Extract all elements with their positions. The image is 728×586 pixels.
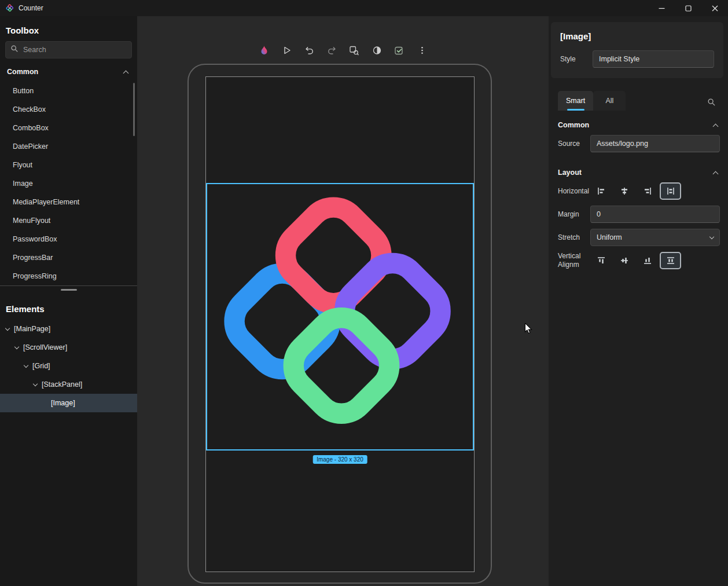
tree-node-stackpanel[interactable]: [StackPanel] [0, 375, 137, 394]
chevron-up-icon [713, 123, 719, 129]
align-center-vertical-button[interactable] [613, 252, 635, 269]
theme-toggle-icon[interactable] [369, 43, 384, 58]
toolbox-item-image[interactable]: Image [0, 174, 137, 193]
properties-title: [Image] [560, 31, 714, 41]
toolbox-item-passwordbox[interactable]: PasswordBox [0, 230, 137, 248]
redo-icon[interactable] [324, 43, 339, 58]
tree-node-label: [StackPanel] [42, 380, 82, 389]
style-label: Style [560, 55, 593, 64]
toolbox-item-combobox[interactable]: ComboBox [0, 119, 137, 137]
stretch-value: Uniform [597, 233, 622, 241]
horizontal-alignment-label: Horizontal [558, 187, 590, 196]
selected-element-card: [Image] Style [551, 22, 723, 78]
hot-reload-flame-icon[interactable] [256, 43, 271, 58]
align-center-horizontal-button[interactable] [613, 182, 635, 200]
canvas-toolbar [256, 43, 429, 58]
maximize-button[interactable] [675, 0, 701, 16]
margin-label: Margin [558, 210, 590, 219]
properties-tabs: Smart All [558, 90, 720, 111]
align-right-button[interactable] [637, 182, 658, 200]
toolbox-item-checkbox[interactable]: CheckBox [0, 100, 137, 119]
divider-grip[interactable] [61, 289, 77, 291]
search-icon [10, 45, 19, 55]
left-sidebar: Toolbox Common Button CheckBox ComboBox … [0, 16, 137, 586]
toolbox-item-mediaplayerelement[interactable]: MediaPlayerElement [0, 193, 137, 211]
properties-search-icon[interactable] [703, 93, 720, 111]
panel-divider [0, 285, 137, 295]
play-icon[interactable] [279, 43, 294, 58]
vertical-alignment-label: Vertical Alignm [558, 252, 590, 269]
chevron-down-icon[interactable] [24, 362, 28, 367]
tree-node-label: [Image] [51, 399, 75, 407]
toolbox-item-progressbar[interactable]: ProgressBar [0, 248, 137, 267]
section-layout-label: Layout [558, 169, 582, 177]
selection-size-badge: Image - 320 x 320 [312, 455, 367, 464]
chevron-up-icon [713, 171, 719, 177]
tab-all[interactable]: All [593, 91, 626, 111]
tree-node-image[interactable]: [Image] [0, 394, 137, 412]
toolbox-item-datepicker[interactable]: DatePicker [0, 137, 137, 156]
toolbox-item-progressring[interactable]: ProgressRing [0, 267, 137, 285]
toolbox-title: Toolbox [0, 16, 137, 41]
horizontal-alignment-group [590, 182, 720, 200]
chevron-down-icon[interactable] [33, 381, 38, 386]
align-bottom-button[interactable] [637, 252, 658, 269]
selected-image-element[interactable] [206, 183, 474, 451]
tree-node-scrollviewer[interactable]: [ScrollViewer] [0, 338, 137, 357]
stretch-dropdown[interactable]: Uniform [590, 229, 720, 246]
toolbox-search[interactable] [5, 41, 132, 58]
source-label: Source [558, 140, 590, 148]
element-picker-icon[interactable] [347, 43, 362, 58]
style-input[interactable] [593, 50, 714, 68]
align-stretch-vertical-button[interactable] [660, 252, 681, 269]
close-button[interactable] [701, 0, 728, 16]
tree-node-label: [Grid] [32, 362, 50, 370]
more-menu-icon[interactable] [414, 43, 429, 58]
chevron-up-icon [123, 70, 129, 76]
minimize-button[interactable] [648, 0, 675, 16]
mouse-cursor [524, 323, 533, 337]
elements-tree: [MainPage] [ScrollViewer] [Grid] [StackP… [0, 320, 137, 412]
undo-icon[interactable] [302, 43, 317, 58]
uno-logo-image [209, 186, 471, 448]
app-logo-icon [6, 4, 14, 12]
design-canvas[interactable]: Image - 320 x 320 [137, 16, 549, 586]
section-layout[interactable]: Layout [551, 158, 723, 182]
toolbox-list: Button CheckBox ComboBox DatePicker Flyo… [0, 82, 137, 285]
section-common-label: Common [558, 121, 589, 129]
validation-check-icon[interactable] [392, 43, 407, 58]
toolbox-section-label: Common [7, 68, 38, 76]
section-common[interactable]: Common [551, 111, 723, 135]
chevron-down-icon[interactable] [14, 344, 19, 349]
source-input[interactable] [590, 135, 720, 152]
tree-node-label: [MainPage] [14, 325, 50, 333]
tab-smart[interactable]: Smart [558, 91, 593, 111]
tree-node-mainpage[interactable]: [MainPage] [0, 320, 137, 338]
toolbox-scrollbar[interactable] [133, 83, 135, 136]
align-top-button[interactable] [590, 252, 612, 269]
margin-input[interactable] [590, 206, 720, 223]
elements-title: Elements [0, 295, 137, 320]
properties-panel: [Image] Style Smart All Common Sou [549, 16, 728, 586]
title-bar: Counter [0, 0, 728, 16]
toolbox-item-menuflyout[interactable]: MenuFlyout [0, 211, 137, 230]
device-screen[interactable]: Image - 320 x 320 [205, 76, 475, 572]
stretch-label: Stretch [558, 233, 590, 242]
chevron-down-icon [709, 234, 714, 239]
search-input[interactable] [23, 46, 127, 54]
tree-node-label: [ScrollViewer] [23, 343, 67, 351]
window-title: Counter [19, 4, 43, 12]
toolbox-section-common[interactable]: Common [0, 58, 137, 82]
tree-node-grid[interactable]: [Grid] [0, 357, 137, 375]
vertical-alignment-group [590, 252, 720, 269]
device-frame: Image - 320 x 320 [187, 64, 492, 584]
toolbox-item-flyout[interactable]: Flyout [0, 156, 137, 174]
chevron-down-icon[interactable] [5, 325, 10, 330]
align-stretch-horizontal-button[interactable] [660, 182, 681, 200]
align-left-button[interactable] [590, 182, 612, 200]
toolbox-item-button[interactable]: Button [0, 82, 137, 100]
